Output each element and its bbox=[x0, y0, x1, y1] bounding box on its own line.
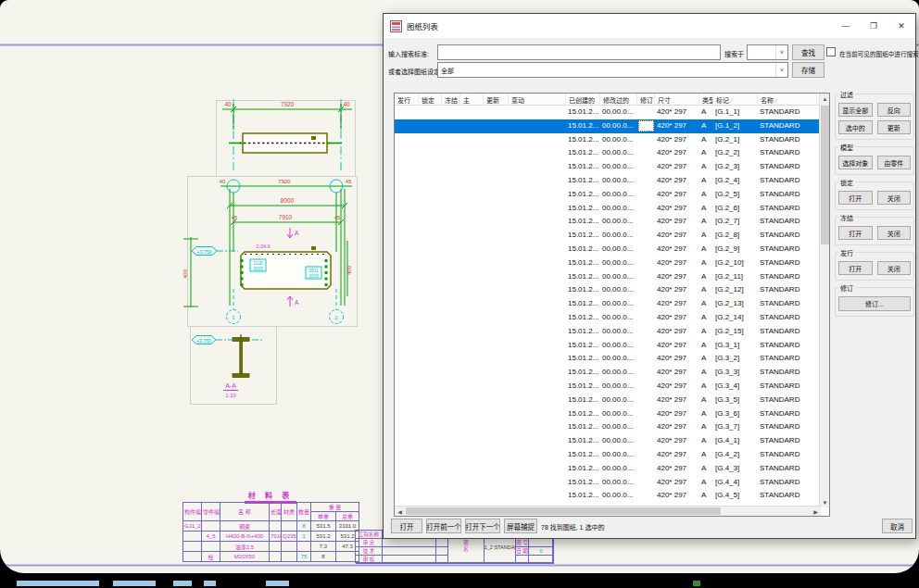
row-cell: [G.4_5] bbox=[713, 491, 758, 499]
vertical-scroll-thumb[interactable] bbox=[821, 106, 829, 244]
column-header[interactable]: 主 bbox=[460, 94, 484, 106]
side-panel: 过滤 显示全部 反向 选中的 更新 模型 选择对象 由零件 锁定 打开 bbox=[835, 94, 914, 323]
chevron-down-icon[interactable]: ˅ bbox=[775, 45, 787, 59]
drawing-row[interactable]: 15.01.2...00.00.0...420* 297A[G.2_14]STA… bbox=[395, 311, 821, 325]
row-cell: STANDARD bbox=[758, 217, 819, 225]
drawing-row[interactable]: 15.01.2...00.00.0...420* 297A[G.3_7]STAN… bbox=[395, 420, 821, 434]
minimize-button[interactable]: — bbox=[832, 14, 860, 38]
taskbar-segment[interactable] bbox=[113, 581, 156, 586]
update-button[interactable]: 更新 bbox=[877, 120, 912, 134]
drawing-row[interactable]: 15.01.2...00.00.0...420* 297A[G.3_5]STAN… bbox=[395, 394, 821, 407]
dialog-titlebar[interactable]: 图纸列表 — ❐ ✕ bbox=[384, 14, 915, 38]
svg-text:2005: 2005 bbox=[253, 267, 263, 271]
open-button[interactable]: 打开 bbox=[391, 519, 422, 533]
row-cell: STANDARD bbox=[758, 464, 819, 472]
drawing-row[interactable]: 15.01.2...00.00.0...420* 297A[G.4_1]STAN… bbox=[395, 434, 821, 448]
drawing-row[interactable]: 15.01.2...00.00.0...420* 297A[G.1_2]STAN… bbox=[395, 119, 821, 133]
search-visible-checkbox[interactable] bbox=[826, 47, 836, 56]
lock-on-button[interactable]: 打开 bbox=[838, 191, 873, 205]
column-header[interactable]: 类型 bbox=[699, 94, 713, 106]
chevron-down-icon[interactable]: ˅ bbox=[775, 63, 787, 77]
taskbar-segment[interactable] bbox=[17, 581, 99, 586]
column-header[interactable]: 修改过的 bbox=[600, 94, 637, 106]
drawing-row[interactable]: 15.01.2...00.00.0...420* 297A[G.2_4]STAN… bbox=[395, 174, 821, 188]
column-header[interactable]: 名称∕ bbox=[758, 94, 817, 106]
drawing-row[interactable]: 15.01.2...00.00.0...420* 297A[G.4_3]STAN… bbox=[395, 462, 821, 476]
row-cell: 420* 297 bbox=[655, 368, 699, 376]
by-parts-button[interactable]: 由零件 bbox=[877, 156, 912, 169]
material-table: 材 料 表 构件编号 零件编号 名 称 长度 材质 数量 重 量 单重 总 bbox=[183, 490, 359, 562]
drawing-row[interactable]: 15.01.2...00.00.0...420* 297A[G.2_12]STA… bbox=[395, 283, 821, 297]
column-header[interactable]: 发行 bbox=[395, 94, 419, 106]
drawing-row[interactable]: 15.01.2...00.00.0...420* 297A[G.3_4]STAN… bbox=[395, 380, 821, 394]
close-button[interactable]: ✕ bbox=[888, 14, 915, 38]
taskbar-segment[interactable] bbox=[266, 581, 289, 586]
drawing-row[interactable]: 15.01.2...00.00.0...420* 297A[G.4_2]STAN… bbox=[395, 448, 821, 462]
drawing-row[interactable]: 15.01.2...00.00.0...420* 297A[G.2_10]STA… bbox=[395, 256, 821, 270]
drawing-row[interactable]: 15.01.2...00.00.0...420* 297A[G.3_3]STAN… bbox=[395, 366, 821, 380]
column-header[interactable]: 标记∕ bbox=[713, 94, 758, 106]
scroll-up-icon[interactable]: ▲ bbox=[820, 94, 830, 104]
list-header[interactable]: 发行锁定冻结主更新变动已创建的修改过的修订尺寸类型标记∕名称∕标 bbox=[395, 94, 830, 106]
column-header[interactable]: 修订 bbox=[637, 94, 655, 106]
issue-off-button[interactable]: 关闭 bbox=[877, 261, 912, 275]
drawing-row[interactable]: 15.01.2...00.00.0...420* 297A[G.2_1]STAN… bbox=[395, 133, 821, 147]
svg-text:2005: 2005 bbox=[308, 274, 319, 279]
drawing-settings-combo[interactable]: 全部 ˅ bbox=[437, 62, 788, 78]
drawing-row[interactable]: 15.01.2...00.00.0...420* 297A[G.3_1]STAN… bbox=[395, 339, 821, 353]
taskbar-segment[interactable] bbox=[204, 581, 216, 586]
row-cell: STANDARD bbox=[758, 313, 819, 321]
column-header[interactable]: 更新 bbox=[484, 94, 509, 106]
drawing-row[interactable]: 15.01.2...00.00.0...420* 297A[G.2_9]STAN… bbox=[395, 243, 821, 256]
freeze-off-button[interactable]: 关闭 bbox=[877, 226, 912, 240]
drawing-row[interactable]: 15.01.2...00.00.0...420* 297A[G.4_4]STAN… bbox=[395, 476, 821, 490]
row-cell: 15.01.2... bbox=[566, 176, 600, 184]
cancel-button[interactable]: 取消 bbox=[882, 519, 913, 533]
horizontal-scroll-thumb[interactable] bbox=[406, 507, 721, 515]
column-header[interactable]: 已创建的 bbox=[566, 94, 600, 106]
drawing-row[interactable]: 15.01.2...00.00.0...420* 297A[G.4_5]STAN… bbox=[395, 489, 821, 503]
row-cell: 00.00.0... bbox=[600, 231, 637, 239]
open-previous-button[interactable]: 打开前一个 bbox=[426, 519, 461, 533]
drawing-row[interactable]: 15.01.2...00.00.0...420* 297A[G.3_2]STAN… bbox=[395, 352, 821, 366]
drawing-row[interactable]: 15.01.2...00.00.0...420* 297A[G.3_6]STAN… bbox=[395, 407, 821, 421]
open-next-button[interactable]: 打开下一个 bbox=[465, 519, 500, 533]
status-text: 78 找到图纸, 1 选中的 bbox=[541, 522, 604, 532]
scroll-down-icon[interactable]: ▼ bbox=[820, 497, 830, 507]
column-header[interactable]: 冻结 bbox=[442, 94, 460, 106]
drawing-row[interactable]: 15.01.2...00.00.0...420* 297A[G.2_5]STAN… bbox=[395, 188, 821, 202]
row-cell: STANDARD bbox=[758, 272, 819, 281]
taskbar-segment[interactable] bbox=[173, 581, 192, 586]
search-input[interactable] bbox=[437, 44, 721, 60]
selected-button[interactable]: 选中的 bbox=[838, 120, 873, 134]
find-button[interactable]: 查找 bbox=[792, 44, 825, 60]
select-objects-button[interactable]: 选择对象 bbox=[838, 156, 873, 169]
column-header[interactable]: 锁定 bbox=[419, 94, 442, 106]
drawing-row[interactable]: 15.01.2...00.00.0...420* 297A[G.2_6]STAN… bbox=[395, 202, 821, 216]
vertical-scrollbar[interactable]: ▲ ▼ bbox=[819, 94, 829, 507]
side-dim-right: 400 bbox=[346, 265, 352, 275]
screen-capture-button[interactable]: 屏幕捕捉 bbox=[504, 519, 537, 533]
show-all-button[interactable]: 显示全部 bbox=[838, 103, 873, 117]
drawing-row[interactable]: 15.01.2...00.00.0...420* 297A[G.2_15]STA… bbox=[395, 325, 821, 339]
drawing-row[interactable]: 15.01.2...00.00.0...420* 297A[G.1_1]STAN… bbox=[395, 106, 821, 119]
search-in-combo[interactable]: ˅ bbox=[747, 44, 788, 60]
column-header[interactable]: 尺寸 bbox=[655, 94, 699, 106]
row-cell: 420* 297 bbox=[655, 395, 699, 404]
invert-button[interactable]: 反向 bbox=[877, 103, 912, 117]
lock-off-button[interactable]: 关闭 bbox=[877, 191, 912, 205]
drawing-row[interactable]: 15.01.2...00.00.0...420* 297A[G.2_3]STAN… bbox=[395, 160, 821, 174]
column-header[interactable]: 变动 bbox=[509, 94, 566, 106]
row-cell: A bbox=[699, 107, 713, 116]
revision-edit-cell[interactable] bbox=[638, 120, 654, 131]
issue-on-button[interactable]: 打开 bbox=[838, 261, 873, 275]
drawing-row[interactable]: 15.01.2...00.00.0...420* 297A[G.2_7]STAN… bbox=[395, 215, 821, 229]
maximize-button[interactable]: ❐ bbox=[860, 14, 888, 38]
drawing-row[interactable]: 15.01.2...00.00.0...420* 297A[G.2_13]STA… bbox=[395, 297, 821, 311]
revision-button[interactable]: 修订... bbox=[838, 296, 911, 311]
drawing-row[interactable]: 15.01.2...00.00.0...420* 297A[G.2_2]STAN… bbox=[395, 146, 821, 160]
drawing-row[interactable]: 15.01.2...00.00.0...420* 297A[G.2_8]STAN… bbox=[395, 229, 821, 243]
save-button[interactable]: 存储 bbox=[792, 62, 825, 78]
freeze-on-button[interactable]: 打开 bbox=[838, 226, 873, 240]
drawing-row[interactable]: 15.01.2...00.00.0...420* 297A[G.2_11]STA… bbox=[395, 270, 821, 284]
